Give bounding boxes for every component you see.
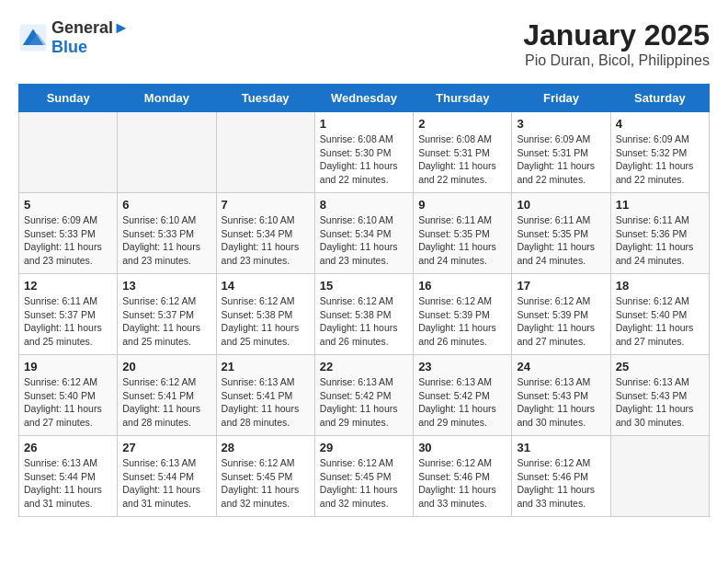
- cell-date-number: 22: [320, 360, 408, 373]
- cell-date-number: 3: [517, 117, 605, 131]
- calendar-cell: 13Sunrise: 6:12 AM Sunset: 5:37 PM Dayli…: [118, 274, 216, 355]
- cell-date-number: 10: [517, 198, 605, 212]
- cell-daylight-info: Sunrise: 6:10 AM Sunset: 5:34 PM Dayligh…: [222, 213, 310, 268]
- calendar-cell: 21Sunrise: 6:13 AM Sunset: 5:41 PM Dayli…: [216, 355, 314, 436]
- logo: General► Blue: [18, 18, 130, 57]
- calendar-cell: 6Sunrise: 6:10 AM Sunset: 5:33 PM Daylig…: [118, 193, 216, 274]
- calendar-cell: 1Sunrise: 6:08 AM Sunset: 5:30 PM Daylig…: [314, 112, 413, 193]
- calendar-cell: [118, 112, 216, 193]
- calendar-cell: 31Sunrise: 6:12 AM Sunset: 5:46 PM Dayli…: [512, 436, 610, 517]
- cell-date-number: 18: [616, 279, 704, 293]
- logo-text: General► Blue: [51, 18, 130, 57]
- cell-date-number: 12: [24, 279, 112, 293]
- cell-date-number: 31: [517, 441, 605, 454]
- cell-daylight-info: Sunrise: 6:12 AM Sunset: 5:39 PM Dayligh…: [517, 294, 605, 349]
- calendar-table: SundayMondayTuesdayWednesdayThursdayFrid…: [18, 84, 710, 517]
- calendar-cell: 26Sunrise: 6:13 AM Sunset: 5:44 PM Dayli…: [19, 436, 118, 517]
- cell-date-number: 8: [320, 198, 408, 212]
- cell-date-number: 7: [222, 198, 310, 212]
- cell-daylight-info: Sunrise: 6:12 AM Sunset: 5:45 PM Dayligh…: [222, 456, 310, 511]
- cell-date-number: 25: [616, 360, 704, 373]
- cell-daylight-info: Sunrise: 6:11 AM Sunset: 5:35 PM Dayligh…: [517, 213, 605, 268]
- calendar-week-row: 1Sunrise: 6:08 AM Sunset: 5:30 PM Daylig…: [19, 112, 710, 193]
- cell-date-number: 6: [122, 198, 210, 212]
- day-header-friday: Friday: [512, 85, 610, 112]
- cell-daylight-info: Sunrise: 6:09 AM Sunset: 5:31 PM Dayligh…: [517, 132, 605, 187]
- cell-daylight-info: Sunrise: 6:12 AM Sunset: 5:46 PM Dayligh…: [517, 456, 605, 511]
- day-header-saturday: Saturday: [610, 85, 709, 112]
- cell-daylight-info: Sunrise: 6:12 AM Sunset: 5:38 PM Dayligh…: [320, 294, 408, 349]
- cell-daylight-info: Sunrise: 6:08 AM Sunset: 5:30 PM Dayligh…: [320, 132, 408, 187]
- calendar-cell: 2Sunrise: 6:08 AM Sunset: 5:31 PM Daylig…: [414, 112, 512, 193]
- cell-date-number: 17: [517, 279, 605, 293]
- cell-date-number: 14: [222, 279, 310, 293]
- cell-date-number: 24: [517, 360, 605, 373]
- cell-daylight-info: Sunrise: 6:12 AM Sunset: 5:46 PM Dayligh…: [418, 456, 506, 511]
- cell-date-number: 15: [320, 279, 408, 293]
- cell-daylight-info: Sunrise: 6:11 AM Sunset: 5:35 PM Dayligh…: [418, 213, 506, 268]
- calendar-cell: 11Sunrise: 6:11 AM Sunset: 5:36 PM Dayli…: [610, 193, 709, 274]
- calendar-week-row: 19Sunrise: 6:12 AM Sunset: 5:40 PM Dayli…: [19, 355, 710, 436]
- cell-date-number: 11: [616, 198, 704, 212]
- cell-daylight-info: Sunrise: 6:12 AM Sunset: 5:38 PM Dayligh…: [222, 294, 310, 349]
- day-header-wednesday: Wednesday: [314, 85, 413, 112]
- cell-daylight-info: Sunrise: 6:13 AM Sunset: 5:44 PM Dayligh…: [122, 456, 210, 511]
- cell-daylight-info: Sunrise: 6:10 AM Sunset: 5:34 PM Dayligh…: [320, 213, 408, 268]
- calendar-cell: 15Sunrise: 6:12 AM Sunset: 5:38 PM Dayli…: [314, 274, 413, 355]
- calendar-cell: [216, 112, 314, 193]
- calendar-cell: 4Sunrise: 6:09 AM Sunset: 5:32 PM Daylig…: [610, 112, 709, 193]
- calendar-cell: 24Sunrise: 6:13 AM Sunset: 5:43 PM Dayli…: [512, 355, 610, 436]
- cell-date-number: 20: [122, 360, 210, 373]
- calendar-cell: 14Sunrise: 6:12 AM Sunset: 5:38 PM Dayli…: [216, 274, 314, 355]
- cell-daylight-info: Sunrise: 6:12 AM Sunset: 5:41 PM Dayligh…: [122, 375, 210, 430]
- calendar-cell: [610, 436, 709, 517]
- calendar-cell: 8Sunrise: 6:10 AM Sunset: 5:34 PM Daylig…: [314, 193, 413, 274]
- cell-daylight-info: Sunrise: 6:13 AM Sunset: 5:41 PM Dayligh…: [222, 375, 310, 430]
- cell-date-number: 26: [24, 441, 112, 454]
- cell-daylight-info: Sunrise: 6:11 AM Sunset: 5:36 PM Dayligh…: [616, 213, 704, 268]
- calendar-title: January 2025: [523, 18, 710, 52]
- cell-date-number: 30: [418, 441, 506, 454]
- cell-date-number: 16: [418, 279, 506, 293]
- calendar-cell: 10Sunrise: 6:11 AM Sunset: 5:35 PM Dayli…: [512, 193, 610, 274]
- calendar-body: 1Sunrise: 6:08 AM Sunset: 5:30 PM Daylig…: [19, 112, 710, 517]
- cell-date-number: 9: [418, 198, 506, 212]
- calendar-cell: 30Sunrise: 6:12 AM Sunset: 5:46 PM Dayli…: [414, 436, 512, 517]
- calendar-title-block: January 2025 Pio Duran, Bicol, Philippin…: [523, 18, 710, 69]
- day-header-monday: Monday: [118, 85, 216, 112]
- calendar-cell: 12Sunrise: 6:11 AM Sunset: 5:37 PM Dayli…: [19, 274, 118, 355]
- calendar-cell: 19Sunrise: 6:12 AM Sunset: 5:40 PM Dayli…: [19, 355, 118, 436]
- calendar-cell: 23Sunrise: 6:13 AM Sunset: 5:42 PM Dayli…: [414, 355, 512, 436]
- cell-daylight-info: Sunrise: 6:11 AM Sunset: 5:37 PM Dayligh…: [24, 294, 112, 349]
- cell-daylight-info: Sunrise: 6:12 AM Sunset: 5:37 PM Dayligh…: [122, 294, 210, 349]
- cell-daylight-info: Sunrise: 6:12 AM Sunset: 5:40 PM Dayligh…: [24, 375, 112, 430]
- cell-daylight-info: Sunrise: 6:13 AM Sunset: 5:42 PM Dayligh…: [320, 375, 408, 430]
- cell-daylight-info: Sunrise: 6:08 AM Sunset: 5:31 PM Dayligh…: [418, 132, 506, 187]
- cell-date-number: 1: [320, 117, 408, 131]
- day-header-sunday: Sunday: [19, 85, 118, 112]
- cell-date-number: 23: [418, 360, 506, 373]
- cell-daylight-info: Sunrise: 6:09 AM Sunset: 5:32 PM Dayligh…: [616, 132, 704, 187]
- cell-date-number: 5: [24, 198, 112, 212]
- cell-date-number: 2: [418, 117, 506, 131]
- cell-daylight-info: Sunrise: 6:09 AM Sunset: 5:33 PM Dayligh…: [24, 213, 112, 268]
- calendar-cell: 3Sunrise: 6:09 AM Sunset: 5:31 PM Daylig…: [512, 112, 610, 193]
- cell-date-number: 29: [320, 441, 408, 454]
- day-header-tuesday: Tuesday: [216, 85, 314, 112]
- calendar-week-row: 5Sunrise: 6:09 AM Sunset: 5:33 PM Daylig…: [19, 193, 710, 274]
- cell-date-number: 21: [222, 360, 310, 373]
- cell-daylight-info: Sunrise: 6:13 AM Sunset: 5:43 PM Dayligh…: [616, 375, 704, 430]
- calendar-cell: 9Sunrise: 6:11 AM Sunset: 5:35 PM Daylig…: [414, 193, 512, 274]
- cell-daylight-info: Sunrise: 6:13 AM Sunset: 5:43 PM Dayligh…: [517, 375, 605, 430]
- cell-date-number: 28: [222, 441, 310, 454]
- page-header: General► Blue January 2025 Pio Duran, Bi…: [18, 18, 710, 69]
- calendar-cell: 5Sunrise: 6:09 AM Sunset: 5:33 PM Daylig…: [19, 193, 118, 274]
- calendar-cell: 18Sunrise: 6:12 AM Sunset: 5:40 PM Dayli…: [610, 274, 709, 355]
- cell-date-number: 4: [616, 117, 704, 131]
- day-header-thursday: Thursday: [414, 85, 512, 112]
- cell-date-number: 19: [24, 360, 112, 373]
- cell-date-number: 27: [122, 441, 210, 454]
- calendar-cell: 29Sunrise: 6:12 AM Sunset: 5:45 PM Dayli…: [314, 436, 413, 517]
- cell-daylight-info: Sunrise: 6:12 AM Sunset: 5:40 PM Dayligh…: [616, 294, 704, 349]
- calendar-cell: 25Sunrise: 6:13 AM Sunset: 5:43 PM Dayli…: [610, 355, 709, 436]
